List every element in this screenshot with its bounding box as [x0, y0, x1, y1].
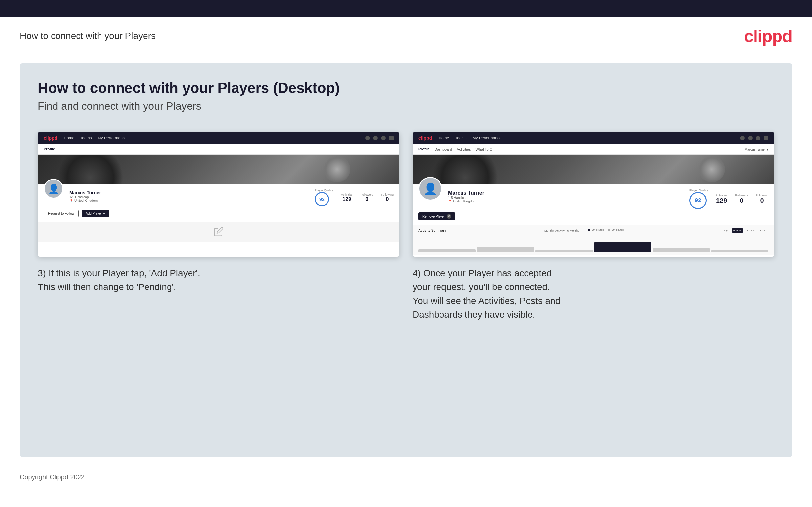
filter-6mths[interactable]: 6 mths: [731, 228, 743, 233]
chart-bar-6: [711, 250, 768, 252]
left-stat-activities: Activities 129: [341, 193, 353, 202]
left-app-logo: clippd: [44, 135, 57, 141]
right-profile-row: 👤 Marcus Turner 1-5 Handicap 📍 United Ki…: [418, 189, 768, 209]
left-profile-row: 👤 Marcus Turner 1-5 Handicap 📍 United Ki…: [44, 189, 394, 207]
legend-off-course: Off course: [608, 228, 624, 231]
location-pin-icon: 📍: [69, 199, 73, 203]
header: How to connect with your Players clippd: [0, 17, 812, 53]
right-tab-whattoon[interactable]: What To On: [475, 145, 499, 154]
right-nav-teams[interactable]: Teams: [455, 136, 466, 140]
left-activities-value: 129: [341, 196, 353, 202]
filter-1mth[interactable]: 1 mth: [758, 228, 768, 233]
top-bar: [0, 0, 812, 17]
left-banner: [38, 155, 399, 184]
legend-row: On course Off course: [588, 228, 624, 231]
right-tabs: Profile Dashboard Activities What To On …: [413, 145, 774, 155]
right-search-icon[interactable]: [740, 136, 745, 140]
right-user-icon[interactable]: [748, 136, 753, 140]
right-profile-info: Marcus Turner 1-5 Handicap 📍 United King…: [448, 190, 683, 203]
left-user-icon[interactable]: [373, 136, 378, 140]
right-player-dropdown[interactable]: Marcus Turner ▾: [745, 148, 768, 151]
right-tab-dashboard[interactable]: Dashboard: [434, 145, 457, 154]
left-profile-info: Marcus Turner 1-5 Handicap 📍 United King…: [69, 190, 309, 203]
right-tab-profile[interactable]: Profile: [418, 145, 434, 154]
legend-off-course-label: Off course: [612, 228, 624, 231]
left-navbar: clippd Home Teams My Performance: [38, 132, 399, 145]
add-player-label: Add Player: [86, 212, 102, 215]
add-icon: +: [103, 212, 105, 215]
activity-title: Activity Summary: [418, 229, 446, 232]
caption-right-text: 4) Once your Player has acceptedyour req…: [413, 267, 774, 322]
right-avatar-icon: 👤: [423, 182, 437, 195]
right-banner: [413, 155, 774, 184]
right-settings-icon[interactable]: [756, 136, 760, 140]
right-stats-row: Player Quality 92 Activities 129 Followe…: [690, 189, 768, 209]
left-followers-label: Followers: [360, 193, 373, 196]
left-nav-links: Home Teams My Performance: [64, 136, 126, 140]
right-player-name: Marcus Turner: [448, 190, 683, 196]
left-player-location: 📍 United Kingdom: [69, 199, 309, 203]
left-quality-label: Player Quality: [315, 189, 333, 192]
left-btn-row: Request to Follow Add Player +: [44, 210, 394, 217]
filter-3mths[interactable]: 3 mths: [745, 228, 757, 233]
left-search-icon[interactable]: [365, 136, 370, 140]
clippd-logo: clippd: [744, 26, 792, 46]
right-tab-activities[interactable]: Activities: [457, 145, 475, 154]
right-btn-row: Remove Player ✕: [418, 212, 768, 220]
activity-chart: [418, 235, 768, 252]
legend-off-course-dot: [608, 229, 610, 231]
right-nav-performance[interactable]: My Performance: [473, 136, 502, 140]
screenshots-row: clippd Home Teams My Performance: [38, 132, 774, 322]
pencil-icon: [214, 227, 224, 237]
right-nav-links: Home Teams My Performance: [439, 136, 501, 140]
left-nav-teams[interactable]: Teams: [80, 136, 92, 140]
left-stats-row: Player Quality 92 Activities 129 Followe…: [315, 189, 394, 207]
right-globe-icon[interactable]: [764, 136, 768, 140]
left-globe-icon[interactable]: [389, 136, 394, 140]
right-nav-icons: [740, 136, 768, 140]
right-profile-section: 👤 Marcus Turner 1-5 Handicap 📍 United Ki…: [413, 184, 774, 225]
right-avatar: 👤: [418, 177, 442, 201]
right-stat-quality: Player Quality 92: [690, 189, 708, 209]
add-player-button[interactable]: Add Player +: [82, 210, 109, 217]
left-player-name: Marcus Turner: [69, 190, 309, 195]
left-stat-quality: Player Quality 92: [315, 189, 333, 207]
right-activities-value: 129: [716, 197, 727, 205]
chart-bar-3: [536, 250, 593, 252]
chart-bar-2: [477, 247, 534, 252]
left-nav-icons: [365, 136, 394, 140]
left-nav-home[interactable]: Home: [64, 136, 74, 140]
right-stat-followers: Followers 0: [735, 193, 748, 205]
left-profile-section: 👤 Marcus Turner 1-5 Handicap 📍 United Ki…: [38, 184, 399, 222]
filter-1yr[interactable]: 1 yr: [722, 228, 730, 233]
right-app-logo: clippd: [418, 135, 432, 141]
legend-on-course-label: On course: [592, 228, 604, 231]
request-follow-button[interactable]: Request to Follow: [44, 210, 79, 217]
left-following-label: Following: [381, 193, 394, 196]
right-stat-activities: Activities 129: [716, 193, 727, 205]
left-settings-icon[interactable]: [381, 136, 386, 140]
chart-bar-5: [653, 248, 710, 252]
left-nav-performance[interactable]: My Performance: [98, 136, 127, 140]
right-nav-home[interactable]: Home: [439, 136, 449, 140]
remove-x-icon: ✕: [447, 214, 451, 219]
right-player-location: 📍 United Kingdom: [448, 200, 683, 203]
page-heading: How to connect with your Players (Deskto…: [38, 80, 774, 96]
main-content: How to connect with your Players (Deskto…: [20, 63, 792, 457]
screenshot-left-col: clippd Home Teams My Performance: [38, 132, 399, 322]
legend-on-course: On course: [588, 228, 604, 231]
left-avatar-icon: 👤: [48, 183, 59, 194]
app-screenshot-right: clippd Home Teams My Performance: [413, 132, 774, 257]
left-tab-profile[interactable]: Profile: [44, 145, 59, 154]
header-divider: [20, 53, 792, 54]
right-followers-value: 0: [735, 197, 748, 205]
left-stat-following: Following 0: [381, 193, 394, 202]
remove-player-button[interactable]: Remove Player ✕: [418, 212, 455, 220]
app-screenshot-left: clippd Home Teams My Performance: [38, 132, 399, 257]
right-quality-label: Player Quality: [690, 189, 708, 192]
caption-left-text: 3) If this is your Player tap, 'Add Play…: [38, 267, 399, 294]
left-quality-circle: 92: [315, 192, 329, 207]
right-navbar: clippd Home Teams My Performance: [413, 132, 774, 145]
activity-header-row: Activity Summary Monthly Activity · 6 Mo…: [418, 228, 768, 233]
right-quality-circle: 92: [690, 192, 707, 209]
